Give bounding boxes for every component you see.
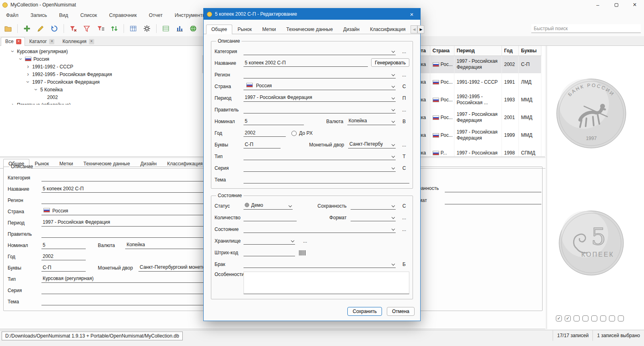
view-tab-collection[interactable]: Коллекция × bbox=[58, 37, 97, 46]
menu-report[interactable]: Отчет bbox=[143, 10, 169, 20]
cancel-button[interactable]: Отмена bbox=[387, 307, 415, 316]
menu-view[interactable]: Вид bbox=[53, 10, 74, 20]
column-header-country[interactable]: Страна bbox=[430, 46, 454, 56]
denomination-input[interactable] bbox=[244, 117, 304, 125]
coin-reverse-image[interactable]: 5 КОПЕЕК bbox=[558, 210, 624, 277]
maximize-button[interactable] bbox=[607, 0, 625, 10]
tabs-scroll-left-button[interactable]: ◀ bbox=[411, 25, 417, 33]
dialog-tab-design[interactable]: Дизайн bbox=[338, 25, 365, 34]
image-checkbox[interactable] bbox=[618, 315, 624, 321]
ruler-combo[interactable] bbox=[244, 105, 396, 113]
image-checkbox[interactable]: ✓ bbox=[556, 315, 562, 321]
tab-close-icon[interactable]: × bbox=[89, 39, 94, 44]
add-coin-icon[interactable] bbox=[21, 23, 33, 34]
dialog-tab-labels[interactable]: Метки bbox=[257, 25, 281, 34]
expander-icon[interactable]: › bbox=[10, 49, 15, 54]
period-combo[interactable]: 1997 - Российская Федерация bbox=[244, 94, 396, 102]
sort-icon[interactable] bbox=[109, 23, 120, 34]
status-combo[interactable]: Демо bbox=[244, 202, 293, 210]
column-header-period[interactable]: Период bbox=[454, 46, 502, 56]
country-ref-button[interactable]: С bbox=[399, 82, 409, 90]
period-ref-button[interactable]: П bbox=[399, 94, 409, 102]
table-view-icon[interactable] bbox=[128, 23, 139, 34]
image-checkbox[interactable]: ✓ bbox=[565, 315, 571, 321]
summary-globe-icon[interactable] bbox=[188, 23, 199, 34]
column-header-letters[interactable]: Буквы bbox=[518, 46, 541, 56]
mint-ref-button[interactable]: ... bbox=[399, 141, 409, 148]
expander-icon[interactable]: › bbox=[19, 57, 23, 61]
tree-item-type[interactable]: › Памятные (юбилейные) bbox=[0, 101, 202, 105]
tree-item-period[interactable]: › 1992-1995 - Российская Федерация bbox=[0, 70, 202, 78]
edit-coin-icon[interactable] bbox=[35, 23, 46, 34]
format-ref-button[interactable]: ... bbox=[399, 214, 409, 221]
open-collection-icon[interactable] bbox=[2, 23, 14, 34]
tabs-scroll-right-button[interactable]: ▶ bbox=[417, 25, 424, 33]
currency-ref-button[interactable]: В bbox=[399, 117, 409, 125]
tree-item-denomination[interactable]: › 5 Копейка bbox=[0, 86, 202, 93]
tree-item-year[interactable]: 2002 bbox=[0, 93, 202, 101]
grade-combo[interactable] bbox=[351, 202, 396, 210]
mint-combo[interactable]: Санкт-Петербу bbox=[348, 140, 396, 148]
storage-ref-button[interactable]: ... bbox=[300, 237, 310, 245]
expander-icon[interactable]: › bbox=[26, 64, 30, 69]
country-combo[interactable]: Россия bbox=[244, 82, 396, 90]
ruler-ref-button[interactable]: ... bbox=[399, 106, 409, 113]
filter-edit-icon[interactable] bbox=[95, 23, 106, 34]
barcode-icon[interactable] bbox=[299, 250, 305, 255]
format-field[interactable] bbox=[445, 204, 541, 204]
view-tab-catalog[interactable]: Каталог × bbox=[25, 37, 58, 46]
tree-item-period[interactable]: › 1997 - Российская Федерация bbox=[0, 78, 202, 86]
series-combo[interactable] bbox=[244, 164, 396, 172]
quick-search-input[interactable] bbox=[531, 24, 641, 33]
tab-close-icon[interactable]: × bbox=[49, 39, 54, 44]
tree-item-type[interactable]: › Курсовая (регулярная) bbox=[0, 47, 202, 55]
letters-input[interactable] bbox=[244, 140, 281, 148]
expander-icon[interactable]: › bbox=[26, 80, 30, 84]
format-combo[interactable] bbox=[351, 213, 396, 221]
defect-combo[interactable] bbox=[244, 260, 396, 268]
grade-ref-button[interactable]: С bbox=[399, 202, 409, 210]
bc-checkbox[interactable] bbox=[291, 131, 297, 136]
category-ref-button[interactable]: ... bbox=[399, 47, 409, 55]
image-checkbox[interactable] bbox=[609, 315, 615, 321]
image-checkbox[interactable] bbox=[574, 315, 580, 321]
dialog-titlebar[interactable]: 5 копеек 2002 С-П - Редактирование × bbox=[204, 8, 420, 20]
clone-coin-icon[interactable] bbox=[49, 23, 60, 34]
region-ref-button[interactable]: ... bbox=[399, 71, 409, 78]
image-checkbox[interactable] bbox=[591, 315, 597, 321]
theme-input[interactable] bbox=[244, 175, 409, 183]
expander-icon[interactable]: › bbox=[34, 87, 38, 92]
tree-item-country[interactable]: › Россия bbox=[0, 55, 202, 63]
defect-ref-button[interactable]: Б bbox=[399, 260, 409, 268]
tree-item-period[interactable]: › 1991-1992 - СССР bbox=[0, 63, 202, 70]
statistics-chart-icon[interactable] bbox=[174, 23, 185, 34]
close-button[interactable]: × bbox=[625, 0, 644, 10]
minimize-button[interactable]: – bbox=[588, 0, 607, 10]
year-input[interactable] bbox=[244, 129, 286, 137]
category-combo[interactable] bbox=[244, 47, 396, 55]
save-button[interactable]: Сохранить bbox=[347, 307, 382, 316]
menu-file[interactable]: Файл bbox=[0, 10, 25, 20]
dialog-close-button[interactable]: × bbox=[403, 8, 420, 20]
generate-title-button[interactable]: Генерировать bbox=[371, 58, 409, 67]
currency-combo[interactable]: Копейка bbox=[347, 117, 396, 125]
year-input[interactable] bbox=[41, 252, 86, 260]
filter-icon[interactable] bbox=[81, 23, 93, 34]
column-header-year[interactable]: Год bbox=[502, 46, 518, 56]
menu-list[interactable]: Список bbox=[74, 10, 103, 20]
image-checkbox[interactable] bbox=[582, 315, 588, 321]
menu-reference[interactable]: Справочник bbox=[103, 10, 143, 20]
dialog-tab-classification[interactable]: Классификация bbox=[365, 25, 411, 34]
barcode-input[interactable] bbox=[244, 248, 295, 256]
letters-input[interactable] bbox=[41, 264, 86, 272]
expander-icon[interactable]: › bbox=[26, 72, 30, 76]
image-checkbox[interactable] bbox=[600, 315, 606, 321]
features-textarea[interactable] bbox=[244, 272, 409, 294]
quantity-input[interactable] bbox=[244, 213, 297, 221]
type-ref-button[interactable]: Т bbox=[399, 152, 409, 160]
dialog-tab-market[interactable]: Рынок bbox=[232, 25, 257, 34]
series-ref-button[interactable]: С bbox=[399, 164, 409, 172]
clear-filter-icon[interactable] bbox=[68, 23, 79, 34]
storage-combo[interactable] bbox=[244, 237, 295, 245]
type-combo[interactable] bbox=[244, 152, 396, 160]
